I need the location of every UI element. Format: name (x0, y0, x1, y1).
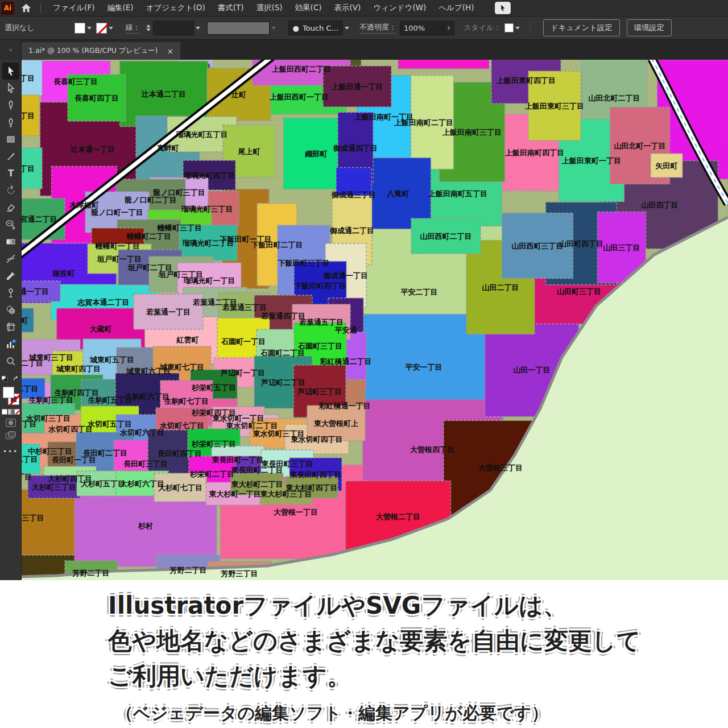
map-region-label: 彩紅橋通二丁目 (320, 357, 372, 366)
default-colors-icon[interactable] (1, 375, 9, 383)
rotate-tool[interactable] (2, 182, 19, 199)
map-region-label: 水切町四丁目 (48, 425, 93, 433)
menu-bar: Ai ファイル(F)編集(E)オブジェクト(O)書式(T)選択(S)効果(C)表… (0, 0, 728, 16)
gradient-button[interactable] (8, 409, 14, 415)
menu-item[interactable]: オブジェクト(O) (140, 3, 212, 13)
map-region-label: 上飯田南町三丁目 (442, 128, 502, 136)
map-region-label: 平安一丁目 (406, 363, 442, 371)
map-region-label: 下飯田町三丁目 (278, 259, 330, 267)
map-region-label: 三丁目 (22, 514, 44, 522)
map-region-label: 山田四丁目 (642, 201, 679, 209)
menu-item[interactable]: ヘルプ(H) (432, 3, 480, 13)
eraser-tool[interactable] (2, 199, 19, 216)
map-region-label: 瑠璃光町三丁目 (181, 205, 233, 213)
map-region[interactable] (398, 60, 489, 69)
fill-swatch[interactable] (3, 387, 14, 398)
gradient-tool[interactable] (2, 233, 19, 250)
map-region-label: 若葉通一丁目 (146, 308, 191, 316)
comment-tool[interactable] (2, 216, 19, 233)
screen-mode-button[interactable] (5, 431, 16, 440)
map-region-label: 通一丁目 (22, 287, 49, 296)
map-region-label: 山田一丁目 (514, 366, 551, 374)
map-region-label: 杉栄町三丁目 (191, 440, 236, 448)
map-region-label: 織部町 (305, 150, 328, 158)
puppet-warp-tool[interactable] (2, 284, 19, 301)
caption-line-1: IllustratorファイルやSVGファイルは、 (108, 588, 728, 623)
type-tool[interactable]: T (2, 165, 19, 182)
shape-builder-tool[interactable] (2, 301, 19, 318)
map-region-label: 芳野二丁目 (72, 569, 110, 577)
map-region-label: 幢幡町一丁目 (95, 242, 140, 250)
pen-tool[interactable] (2, 97, 19, 114)
paintbrush-tool[interactable] (2, 148, 19, 165)
illustrator-logo-icon[interactable]: Ai (1, 2, 14, 15)
stroke-color-swatch[interactable] (96, 23, 107, 34)
more-tools-button[interactable]: ••• (3, 448, 18, 456)
map-region-label: 水切町五丁目 (87, 420, 132, 428)
menu-item[interactable]: 効果(C) (289, 3, 328, 13)
map-region-label: 龍ノ口町二丁目 (124, 196, 176, 204)
brush-chevron-icon (271, 27, 276, 30)
menu-item[interactable]: ファイル(F) (47, 3, 101, 13)
document-tab[interactable]: 1.ai* @ 100 % (RGB/CPU プレビュー) × (22, 42, 180, 60)
caption-line-3: ご利用いただけます。 (108, 659, 728, 694)
map-canvas[interactable]: 平安二丁目平安一丁目大曽根一丁目杉村大曽根四丁目大曽根三丁目山田四丁目辻本通一丁… (22, 60, 728, 580)
touch-workspace-icon[interactable] (495, 2, 511, 14)
map-region-label: 猿投町 (52, 269, 75, 278)
selection-tool[interactable] (2, 63, 19, 80)
style-chevron-icon[interactable] (515, 27, 520, 30)
map-region-label: 水切町七丁目 (159, 421, 204, 430)
menu-item[interactable]: 表示(V) (328, 3, 367, 13)
direct-selection-tool[interactable] (2, 80, 19, 97)
tab-strip: » 1.ai* @ 100 % (RGB/CPU プレビュー) × (0, 40, 728, 60)
map-region-label: 東大曽根町上 (313, 419, 358, 428)
chart-tool[interactable] (2, 336, 19, 353)
home-icon[interactable] (18, 1, 35, 15)
map-region-label: 丁目 (22, 164, 35, 173)
variable-width-profile[interactable]: ● Touch C... (288, 20, 343, 35)
fill-stroke-indicator[interactable] (2, 387, 19, 405)
map-region-label: 幢幡町二丁目 (126, 232, 171, 241)
map-region-label: 山田二丁目 (482, 283, 519, 292)
toolbar-collapse-icon[interactable]: » (0, 40, 22, 60)
map-region-label: 東大杉町一丁目 (209, 490, 261, 498)
brush-definition-preview[interactable] (207, 22, 270, 35)
map-region-label: 真畔町 (157, 144, 179, 152)
menu-item[interactable]: ウィンドウ(W) (367, 3, 432, 13)
width-tool[interactable] (2, 250, 19, 267)
menu-item[interactable]: 編集(E) (101, 3, 140, 13)
map-region-label: 上飯田南町五丁目 (428, 189, 487, 198)
swap-colors-icon[interactable] (12, 375, 20, 383)
city-district-map[interactable]: 平安二丁目平安一丁目大曽根一丁目杉村大曽根四丁目大曽根三丁目山田四丁目辻本通一丁… (22, 60, 728, 580)
stroke-weight-chevron-icon[interactable] (196, 27, 200, 30)
curvature-tool[interactable] (2, 114, 19, 131)
style-swatch[interactable] (504, 23, 514, 32)
map-region-label: 町二丁目 (22, 359, 43, 367)
stroke-weight-field[interactable] (153, 21, 194, 35)
stroke-weight-label[interactable]: 線： (126, 22, 140, 34)
preferences-button[interactable]: 環境設定 (627, 19, 672, 36)
map-region-label: 東水切町四丁目 (291, 435, 343, 444)
color-button[interactable] (2, 409, 7, 415)
menu-item[interactable]: 書式(T) (212, 3, 250, 13)
none-button[interactable] (14, 409, 20, 415)
opacity-label[interactable]: 不透明度： (359, 22, 396, 34)
artboard-tool[interactable] (2, 318, 19, 336)
menu-item[interactable]: 選択(S) (250, 3, 289, 13)
stroke-chevron-icon[interactable] (109, 27, 113, 30)
variable-width-chevron-icon[interactable] (345, 27, 349, 30)
stroke-weight-stepper[interactable] (146, 24, 151, 31)
rectangle-tool[interactable] (2, 131, 19, 148)
tab-close-icon[interactable]: × (167, 47, 173, 56)
zoom-tool[interactable] (2, 353, 19, 370)
caption-line-2: 色や地名などのさまざまな要素を自由に変更して (108, 623, 728, 659)
eyedropper-tool[interactable] (2, 267, 19, 284)
map-region-label: 芳野二丁目 (169, 566, 207, 574)
opacity-field[interactable]: 100% (400, 21, 443, 35)
opacity-more-button[interactable]: › (443, 21, 454, 35)
fill-color-swatch[interactable] (75, 23, 85, 34)
document-setup-button[interactable]: ドキュメント設定 (543, 19, 620, 36)
draw-mode-button[interactable] (6, 419, 16, 427)
fill-chevron-icon[interactable] (87, 27, 92, 30)
map-region-label: 矢田町 (655, 162, 678, 170)
